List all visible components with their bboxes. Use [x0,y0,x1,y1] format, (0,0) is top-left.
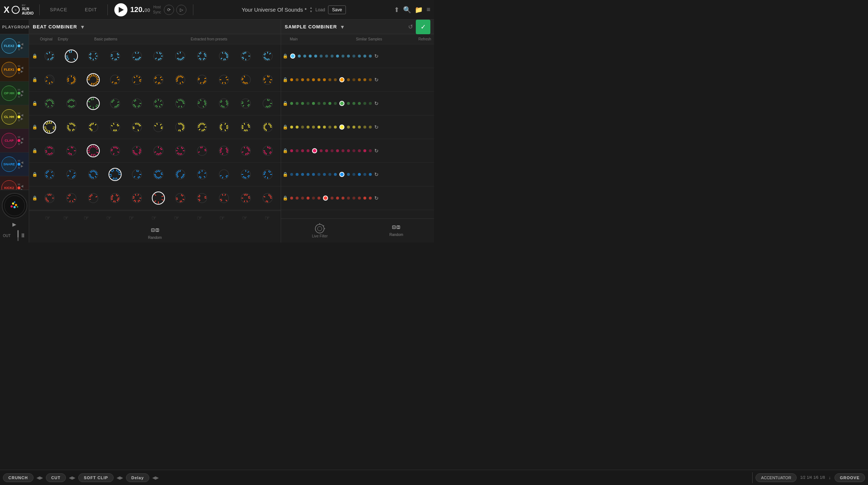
save-button[interactable]: Save [328,5,346,14]
sample-dot-1-5[interactable] [317,78,320,81]
beat-cell-1-8[interactable] [214,74,234,86]
sample-dot-3-10[interactable] [347,126,350,129]
beat-cell-6-6[interactable] [170,192,190,204]
hand-basic1[interactable]: ☞ [76,214,97,221]
beat-cell-5-2[interactable] [83,169,103,180]
arrow-left-clap[interactable]: ◀ [21,137,23,141]
sample-lock-4[interactable]: 🔒 [283,148,288,153]
viz-display[interactable] [2,193,27,218]
solo-clap[interactable]: S [18,142,20,146]
sample-dot-1-14[interactable] [369,78,372,81]
hand-basic2[interactable]: ☞ [98,214,119,221]
lock-icon-1[interactable]: 🔒 [32,77,38,82]
sample-dot-4-9[interactable] [342,149,344,152]
beat-cell-0-0[interactable] [39,50,60,62]
sample-dot-5-6[interactable] [323,173,326,176]
sample-dot-5-8[interactable] [334,173,337,176]
refresh-btn-1[interactable]: ↻ [374,77,379,83]
sample-dot-3-11[interactable] [352,126,355,129]
beat-cell-6-8[interactable] [214,192,234,204]
arrow-left-flex1[interactable]: ◀ [21,66,23,70]
sample-dot-5-7[interactable] [328,173,331,176]
beat-combiner-dropdown[interactable]: ▼ [80,24,85,30]
sample-lock-0[interactable]: 🔒 [283,54,288,59]
arrow-left-kick2[interactable]: ◀ [21,184,23,188]
mute-op-hh[interactable]: M [18,88,20,91]
mute-flex1[interactable]: M [18,64,20,68]
sample-dot-1-13[interactable] [363,78,366,81]
sample-dot-1-7[interactable] [328,78,331,81]
hand-ext1[interactable]: ☞ [143,214,165,221]
sample-dot-3-0[interactable] [290,126,293,129]
sample-dot-2-3[interactable] [307,102,309,105]
beat-cell-2-5[interactable] [149,98,169,109]
beat-cell-2-1[interactable] [61,98,82,109]
sample-dot-4-6[interactable] [325,149,328,152]
beat-cell-3-7[interactable] [192,121,212,133]
sample-dot-5-1[interactable] [296,173,299,176]
sample-dot-6-8[interactable] [336,197,339,200]
beat-cell-5-8[interactable] [214,169,234,180]
sample-dot-5-13[interactable] [363,173,366,176]
solo-op-hh[interactable]: S [18,95,20,98]
preset-nav-arrows[interactable]: ▲ ▼ [309,7,312,13]
beat-cell-1-0[interactable] [39,74,60,86]
sample-dot-3-3[interactable] [307,126,309,129]
beat-cell-5-9[interactable] [236,169,256,180]
sample-dot-2-5[interactable] [317,102,320,105]
sample-dot-1-9[interactable] [339,77,344,82]
lock-icon-5[interactable]: 🔒 [32,172,38,177]
beat-cell-4-9[interactable] [236,145,256,157]
track-label-op-hh[interactable]: OP HH [1,86,17,101]
beat-cell-3-4[interactable] [127,121,147,133]
sample-dot-5-4[interactable] [312,173,315,176]
arrow-left-cl-hh[interactable]: ◀ [21,113,23,117]
next-pattern-arrow[interactable]: ▶ [12,221,16,227]
beat-cell-2-9[interactable] [236,98,256,109]
sample-dot-6-1[interactable] [296,197,299,200]
sample-dot-4-5[interactable] [320,149,323,152]
sample-dot-0-3[interactable] [309,55,312,58]
refresh-btn-6[interactable]: ↻ [374,195,379,201]
beat-cell-6-4[interactable] [127,192,147,204]
sample-dot-6-12[interactable] [358,197,361,200]
beat-cell-6-7[interactable] [192,192,212,204]
sample-dot-2-6[interactable] [323,102,326,105]
track-label-kick2[interactable]: KICK2 [1,180,17,190]
beat-cell-3-0[interactable] [39,120,60,134]
sample-dot-3-4[interactable] [312,126,315,129]
arrow-right-flex2[interactable]: ▶ [21,46,23,50]
track-label-flex1[interactable]: FLEX1 [1,62,17,77]
beat-cell-3-1[interactable] [61,121,82,133]
sample-dot-0-14[interactable] [369,55,372,58]
arrow-right-cl-hh[interactable]: ▶ [21,117,23,121]
beat-cell-5-6[interactable] [170,169,190,180]
beat-cell-2-4[interactable] [127,98,147,109]
sample-dot-2-13[interactable] [363,102,366,105]
mute-flex2[interactable]: M [18,41,20,44]
beat-cell-6-10[interactable] [257,192,278,204]
beat-cell-2-2[interactable] [83,96,103,111]
play-button[interactable] [114,3,127,16]
beat-cell-5-3[interactable] [105,167,125,182]
hand-basic3[interactable]: ☞ [121,214,142,221]
pause-icon[interactable]: ⏸ [20,232,26,239]
sample-random-area[interactable]: Random [389,222,403,240]
sample-dot-3-2[interactable] [301,126,304,129]
sample-dot-3-7[interactable] [328,126,331,129]
beat-cell-0-1[interactable] [61,49,82,63]
beat-cell-4-3[interactable] [105,145,125,157]
beat-cell-4-0[interactable] [39,145,60,157]
sample-dot-2-9[interactable] [339,101,344,106]
refresh-btn-4[interactable]: ↻ [374,148,379,154]
beat-cell-1-4[interactable] [127,74,147,86]
sample-lock-3[interactable]: 🔒 [283,125,288,130]
beat-cell-4-6[interactable] [170,145,190,157]
beat-cell-4-8[interactable] [214,145,234,157]
beat-cell-6-3[interactable] [105,192,125,204]
hand-empty[interactable]: ☞ [58,214,74,221]
sample-dot-3-13[interactable] [363,126,366,129]
beat-cell-0-2[interactable] [83,50,103,62]
sample-dot-1-8[interactable] [334,78,337,81]
solo-cl-hh[interactable]: S [18,119,20,122]
